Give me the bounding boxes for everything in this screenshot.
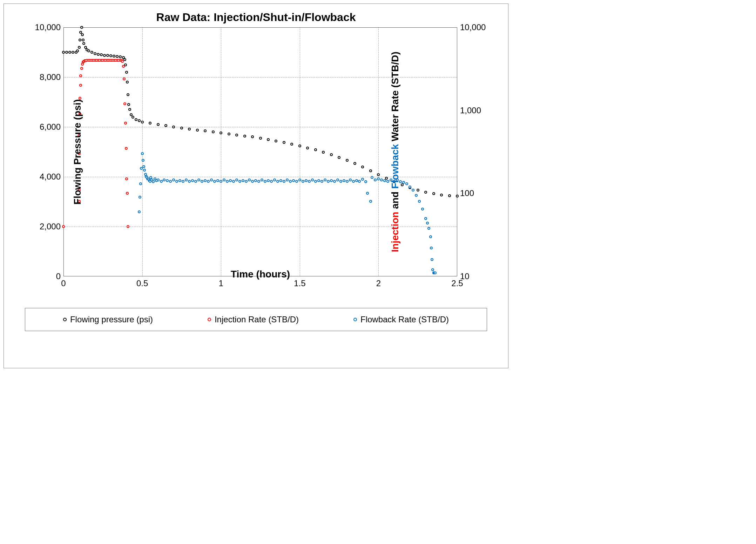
data-marker [427,227,430,230]
data-marker [125,71,128,74]
legend-label: Flowback Rate (STB/D) [360,315,449,324]
data-marker [127,93,129,96]
data-marker [113,55,115,58]
data-marker [283,141,285,144]
data-marker [180,127,183,129]
data-marker [267,179,270,182]
data-marker [121,60,124,63]
data-marker [68,51,71,54]
data-marker [220,132,222,134]
data-marker [172,179,175,181]
data-marker [380,179,383,181]
data-marker [178,179,181,182]
data-marker [191,179,194,182]
chart-frame: Raw Data: Injection/Shut-in/Flowback Flo… [4,4,508,368]
data-marker [305,179,308,182]
data-marker [314,180,317,183]
data-marker [166,179,169,182]
data-marker [409,186,411,188]
data-marker [377,173,380,176]
data-marker [194,180,197,183]
circle-marker-icon [63,318,67,321]
data-marker [87,49,90,52]
data-marker [346,180,349,183]
y2-label-injection: Injection [389,212,400,252]
data-marker [100,53,103,56]
data-marker [330,179,333,182]
data-marker [82,42,85,45]
y-left-tick-label: 2,000 [40,222,63,231]
data-marker [138,210,141,213]
data-marker [212,130,215,133]
chart-body: Flowing Pressure (psi) Injection and Flo… [11,27,501,301]
data-marker [308,180,311,183]
data-marker [306,147,309,149]
data-marker [197,179,200,181]
data-marker [149,122,151,125]
data-marker [353,162,356,165]
data-marker [80,67,83,70]
data-marker [364,180,367,183]
data-marker [141,121,144,123]
data-marker [182,180,184,183]
data-marker [124,122,127,125]
y-left-tick-label: 10,000 [35,22,63,32]
data-marker [127,103,130,106]
legend-label: Flowing pressure (psi) [70,315,153,324]
data-marker [131,116,134,119]
data-marker [448,194,451,197]
data-marker [424,191,427,194]
data-marker [232,180,235,183]
data-marker [302,180,304,183]
data-marker [279,179,282,182]
data-marker [188,128,191,130]
data-marker [324,179,326,181]
data-marker [371,176,373,179]
data-marker [65,51,68,54]
data-marker [109,54,112,57]
data-marker [94,52,96,55]
data-marker [220,180,222,183]
circle-marker-icon [208,318,211,321]
data-marker [361,178,364,181]
data-marker [339,180,342,183]
data-marker [142,159,144,162]
data-marker [358,180,361,183]
data-marker [204,179,207,182]
data-marker [298,145,301,147]
y-axis-left-label: Flowing Pressure (psi) [72,99,83,204]
data-marker [81,33,84,36]
data-marker [245,180,248,183]
data-marker [79,74,82,77]
data-marker [286,179,289,181]
data-marker [226,180,229,183]
data-marker [185,179,188,181]
y-right-tick-label: 10 [457,271,470,281]
data-marker [127,225,129,228]
x-tick-label: 2 [376,276,381,288]
data-marker [275,140,277,142]
data-marker [228,133,230,135]
data-marker [295,180,298,183]
data-marker [126,192,129,195]
data-marker [143,169,146,172]
data-marker [333,180,336,183]
data-marker [366,192,369,195]
data-marker [152,180,155,183]
data-marker [138,119,141,122]
data-marker [383,179,386,182]
data-marker [317,179,320,182]
legend-item-flowback: Flowback Rate (STB/D) [353,315,449,324]
data-marker [128,108,131,111]
data-marker [251,180,254,183]
y-left-tick-label: 6,000 [40,122,63,132]
data-marker [361,166,364,168]
data-marker [330,153,333,156]
data-marker [160,180,163,183]
circle-marker-icon [353,318,357,321]
data-marker [430,247,433,249]
data-marker [175,180,178,183]
data-marker [97,53,100,56]
data-marker [273,179,276,181]
data-marker [292,179,295,182]
